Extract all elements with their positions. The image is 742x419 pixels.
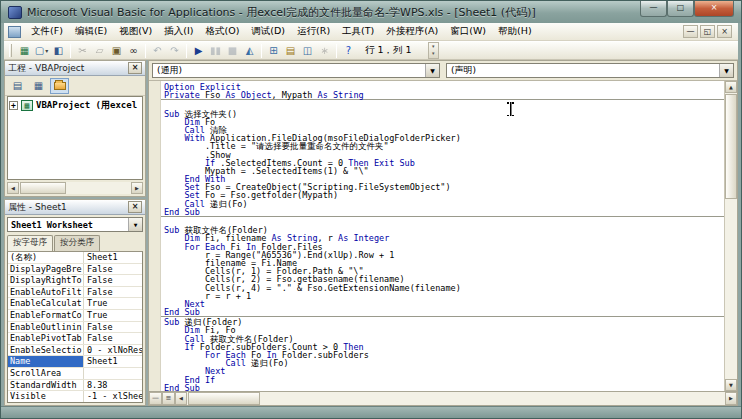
property-value[interactable]: True <box>84 310 142 321</box>
property-row[interactable]: ScrollArea <box>8 368 142 380</box>
minimize-button[interactable]: — <box>640 1 667 17</box>
menu-item-window[interactable]: 窗口(W) <box>444 23 492 40</box>
property-row[interactable]: DisplayPageBreFalse <box>8 264 142 276</box>
cut-icon[interactable]: ✂ <box>74 43 91 59</box>
menu-item-edit[interactable]: 编辑(E) <box>69 23 113 40</box>
scroll-track[interactable] <box>725 200 737 379</box>
scroll-left-icon[interactable]: ◀ <box>175 392 187 405</box>
scroll-thumb[interactable] <box>188 392 260 405</box>
menu-item-view[interactable]: 视图(V) <box>113 23 158 40</box>
mdi-restore-button[interactable]: ◱ <box>700 25 715 38</box>
code-line[interactable]: Mypath = .SelectedItems(1) & "\" <box>164 167 724 175</box>
code-line[interactable]: End Sub <box>164 208 724 216</box>
property-value[interactable]: False <box>84 333 142 344</box>
toolbox-icon[interactable]: ∗ <box>316 43 333 59</box>
project-explorer-icon[interactable]: ⊞ <box>265 43 282 59</box>
property-value[interactable]: False <box>84 264 142 275</box>
property-value[interactable]: Sheet1 <box>84 356 142 367</box>
scroll-down-icon[interactable]: ▼ <box>725 379 737 391</box>
property-name[interactable]: DisplayRightTo <box>8 275 84 286</box>
code-vscrollbar[interactable]: ▲ ▼ <box>724 81 737 391</box>
procedure-combobox[interactable]: (声明) ▼ <box>446 63 734 78</box>
property-row[interactable]: StandardWidth8.38 <box>8 380 142 392</box>
property-value[interactable]: False <box>84 287 142 298</box>
toggle-folders-icon[interactable] <box>50 78 69 94</box>
project-panel-close-icon[interactable]: × <box>128 62 142 74</box>
view-excel-icon[interactable]: ▦ <box>16 43 33 59</box>
tab-categorized[interactable]: 按分类序 <box>54 235 100 251</box>
property-value[interactable]: Sheet1 <box>84 252 142 263</box>
property-name[interactable]: Visible <box>8 391 84 402</box>
code-line[interactable]: Call 递归(Fo) <box>164 359 724 367</box>
combo-dropdown-icon[interactable]: ▼ <box>128 218 142 231</box>
view-object-icon[interactable]: ▦ <box>29 78 48 94</box>
property-value[interactable]: 8.38 <box>84 380 142 391</box>
code-line[interactable]: .Title = "请选择要批量重命名文件的文件夹" <box>164 142 724 150</box>
code-line[interactable]: Set Fo = Fso.getfolder(Mypath) <box>164 191 724 199</box>
properties-window-icon[interactable]: ▤ <box>282 43 299 59</box>
code-window-icon[interactable] <box>8 26 21 38</box>
view-code-icon[interactable]: ▤ <box>8 78 27 94</box>
property-value[interactable]: 0 - xlNoRestr <box>84 345 142 356</box>
menu-item-run[interactable]: 运行(R) <box>291 23 336 40</box>
project-hscrollbar[interactable]: ◀ ▶ <box>7 182 143 194</box>
property-value[interactable] <box>84 368 142 379</box>
property-value[interactable]: -1 - xlSheetV <box>84 391 142 402</box>
property-value[interactable]: False <box>84 275 142 286</box>
scroll-up-icon[interactable]: ▲ <box>725 81 737 93</box>
project-tree-item[interactable]: + ▦ VBAProject (用excel <box>9 99 141 112</box>
object-combobox[interactable]: (通用) ▼ <box>152 63 440 78</box>
object-selector-combobox[interactable]: Sheet1 Worksheet ▼ <box>7 217 143 232</box>
full-module-view-button[interactable]: ≡ <box>162 392 175 405</box>
menu-item-insert[interactable]: 插入(I) <box>158 23 199 40</box>
property-name[interactable]: EnableOutlinin <box>8 322 84 333</box>
property-row[interactable]: NameSheet1 <box>8 356 142 368</box>
run-sub-icon[interactable]: ▶ <box>190 43 207 59</box>
maximize-button[interactable]: □ <box>667 1 694 17</box>
property-row[interactable]: EnableSelectio0 - xlNoRestr <box>8 345 142 357</box>
code-line[interactable]: End If <box>164 376 724 384</box>
property-name[interactable]: DisplayPageBre <box>8 264 84 275</box>
scroll-track[interactable] <box>67 182 131 194</box>
scroll-thumb[interactable] <box>725 94 737 199</box>
code-line[interactable]: Next <box>164 300 724 308</box>
dropdown-caret-icon[interactable]: ▾ <box>45 47 48 54</box>
tree-expander-icon[interactable]: + <box>9 101 18 110</box>
scroll-right-icon[interactable]: ▶ <box>131 182 143 194</box>
toolbar-grip[interactable] <box>9 44 12 57</box>
property-row[interactable]: DisplayRightToFalse <box>8 275 142 287</box>
scroll-right-icon[interactable]: ▶ <box>725 392 737 405</box>
code-line[interactable]: Private Fso As Object, Mypath As String <box>164 91 724 99</box>
help-icon[interactable]: ? <box>340 43 357 59</box>
property-row[interactable]: EnableOutlininFalse <box>8 322 142 334</box>
property-name[interactable]: Name <box>8 356 84 367</box>
code-line[interactable]: Dim Fo <box>164 118 724 126</box>
object-browser-icon[interactable]: ◫ <box>299 43 316 59</box>
reset-icon[interactable]: ■ <box>224 43 241 59</box>
save-icon[interactable]: ◧ <box>50 43 67 59</box>
code-line[interactable]: End Sub <box>164 384 724 391</box>
code-line[interactable]: Call 递归(Fo) <box>164 200 724 208</box>
property-name[interactable]: EnableSelectio <box>8 345 84 356</box>
insert-userform-icon[interactable]: ▢▾ <box>33 43 50 59</box>
combo-dropdown-icon[interactable]: ▼ <box>719 64 733 77</box>
menu-item-help[interactable]: 帮助(H) <box>492 23 538 40</box>
break-icon[interactable]: ▮▮ <box>207 43 224 59</box>
property-name[interactable]: ScrollArea <box>8 368 84 379</box>
find-icon[interactable]: ∞ <box>125 43 142 59</box>
mdi-minimize-button[interactable]: — <box>683 25 698 38</box>
property-value[interactable]: True <box>84 298 142 309</box>
paste-icon[interactable]: ▣ <box>108 43 125 59</box>
code-line[interactable]: Sub 递归(Folder) <box>164 318 724 326</box>
combo-dropdown-icon[interactable]: ▼ <box>425 64 439 77</box>
property-name[interactable]: EnablePivotTab <box>8 333 84 344</box>
menu-item-format[interactable]: 格式(O) <box>199 23 245 40</box>
code-line[interactable] <box>164 101 724 109</box>
scroll-track[interactable] <box>261 392 725 405</box>
scroll-thumb[interactable] <box>20 182 66 194</box>
code-line[interactable]: End Sub <box>164 308 724 316</box>
code-line[interactable]: Next <box>164 367 724 375</box>
code-line[interactable]: r = r + 1 <box>164 292 724 300</box>
copy-icon[interactable]: ▱ <box>91 43 108 59</box>
property-row[interactable]: EnableAutoFiltFalse <box>8 287 142 299</box>
